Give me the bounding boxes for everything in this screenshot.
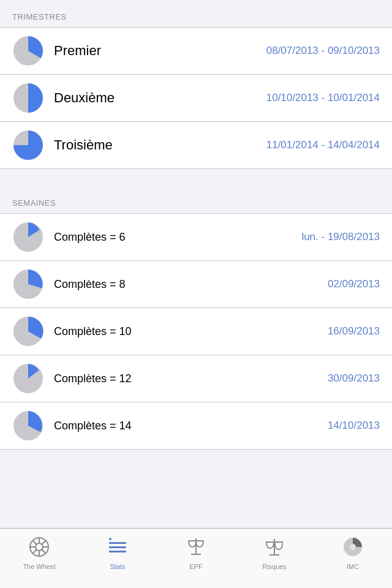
pie-chart-icon [12, 35, 44, 67]
item-content: Troisième 11/01/2014 - 14/04/2014 [54, 137, 380, 153]
epf-icon [183, 533, 209, 560]
item-date: lun. - 19/08/2013 [301, 231, 380, 243]
svg-rect-19 [109, 546, 126, 548]
item-content: Complètes = 6 lun. - 19/08/2013 [54, 231, 380, 244]
item-title: Complètes = 12 [54, 372, 132, 385]
imc-icon [339, 533, 366, 560]
item-title: Complètes = 6 [54, 231, 126, 244]
pie-chart-icon [12, 410, 44, 442]
trimestres-header-label: TRIMESTRES [12, 12, 67, 21]
stats-icon [104, 533, 131, 560]
svg-rect-23 [109, 546, 111, 548]
item-date: 16/09/2013 [328, 325, 380, 337]
tab-stats[interactable]: Stats [78, 533, 157, 570]
item-title: Complètes = 8 [54, 278, 126, 291]
list-item[interactable]: Deuxième 10/10/2013 - 10/01/2014 [0, 75, 392, 122]
wheel-icon [26, 533, 53, 560]
item-content: Premier 08/07/2013 - 09/10/2013 [54, 43, 380, 59]
tab-wheel-label: The Wheel [23, 563, 55, 570]
spacer [0, 169, 392, 186]
list-item[interactable]: Complètes = 14 14/10/2013 [0, 402, 392, 449]
pie-chart-icon [12, 82, 44, 114]
pie-chart-icon [12, 363, 44, 394]
risques-icon [261, 533, 288, 560]
svg-point-9 [36, 543, 43, 551]
svg-line-15 [42, 549, 45, 553]
item-title: Complètes = 14 [54, 420, 132, 432]
item-date: 30/09/2013 [328, 372, 380, 385]
item-title: Deuxième [54, 90, 115, 106]
item-content: Complètes = 14 14/10/2013 [54, 420, 380, 432]
pie-chart-icon [12, 315, 44, 347]
svg-rect-22 [109, 542, 111, 544]
tab-bar: The Wheel Stats [0, 528, 392, 588]
svg-line-16 [42, 541, 45, 545]
tab-epf[interactable]: EPF [157, 533, 235, 570]
list-item[interactable]: Complètes = 8 02/09/2013 [0, 261, 392, 308]
semaines-section-header: SEMAINES [0, 186, 392, 213]
svg-point-32 [282, 541, 284, 543]
item-content: Complètes = 12 30/09/2013 [54, 372, 380, 385]
tab-epf-label: EPF [189, 563, 202, 570]
svg-rect-18 [109, 542, 126, 544]
list-item[interactable]: Troisième 11/01/2014 - 14/04/2014 [0, 122, 392, 168]
svg-line-17 [33, 549, 37, 553]
content-area: TRIMESTRES Premier 08/07/2013 - 09/10/20… [0, 0, 392, 528]
tab-stats-label: Stats [110, 563, 125, 570]
list-item[interactable]: Complètes = 6 lun. - 19/08/2013 [0, 214, 392, 261]
pie-chart-icon [12, 221, 44, 253]
list-item[interactable]: Complètes = 10 16/09/2013 [0, 308, 392, 355]
item-content: Deuxième 10/10/2013 - 10/01/2014 [54, 90, 380, 106]
svg-line-14 [33, 541, 37, 545]
pie-chart-icon [12, 268, 44, 300]
svg-rect-21 [109, 538, 111, 540]
item-title: Premier [54, 43, 101, 59]
tab-wheel[interactable]: The Wheel [0, 533, 78, 570]
item-date: 14/10/2013 [328, 420, 380, 432]
item-content: Complètes = 10 16/09/2013 [54, 325, 380, 338]
semaines-list: Complètes = 6 lun. - 19/08/2013 Complète… [0, 213, 392, 450]
semaines-header-label: SEMAINES [12, 198, 56, 208]
tab-imc-label: IMC [347, 563, 359, 570]
svg-rect-20 [109, 551, 126, 552]
trimestres-section-header: TRIMESTRES [0, 0, 392, 27]
list-item[interactable]: Complètes = 12 30/09/2013 [0, 355, 392, 402]
tab-risques-label: Risques [262, 563, 287, 570]
item-date: 08/07/2013 - 09/10/2013 [266, 45, 380, 57]
list-item[interactable]: Premier 08/07/2013 - 09/10/2013 [0, 28, 392, 75]
trimestres-list: Premier 08/07/2013 - 09/10/2013 Deuxième… [0, 27, 392, 169]
pie-chart-icon [12, 129, 44, 161]
item-date: 10/10/2013 - 10/01/2014 [266, 92, 380, 104]
item-title: Troisième [54, 137, 113, 153]
item-date: 11/01/2014 - 14/04/2014 [266, 139, 380, 151]
svg-rect-24 [109, 551, 111, 552]
item-content: Complètes = 8 02/09/2013 [54, 278, 380, 291]
item-title: Complètes = 10 [54, 325, 132, 338]
tab-risques[interactable]: Risques [235, 533, 314, 570]
tab-imc[interactable]: IMC [314, 533, 392, 570]
item-date: 02/09/2013 [328, 278, 380, 290]
svg-point-34 [350, 544, 356, 550]
